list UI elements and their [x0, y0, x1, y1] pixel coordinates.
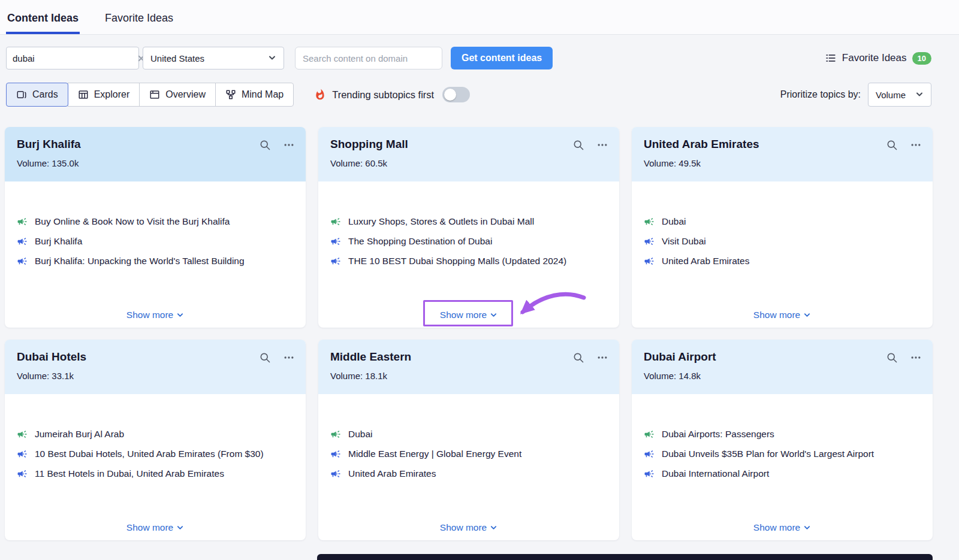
topic-item-text: Buy Online & Book Now to Visit the Burj … [35, 216, 230, 227]
mindmap-icon [225, 89, 236, 100]
card-body: Dubai Middle East Energy | Global Energy… [318, 394, 619, 540]
list-item[interactable]: United Arab Emirates [644, 256, 921, 267]
more-options-icon[interactable] [283, 139, 295, 151]
view-overview-button[interactable]: Overview [139, 83, 216, 107]
list-item[interactable]: Buy Online & Book Now to Visit the Burj … [17, 216, 294, 227]
show-more-button[interactable]: Show more [5, 310, 306, 320]
get-content-ideas-button[interactable]: Get content ideas [451, 47, 553, 69]
list-item[interactable]: United Arab Emirates [330, 468, 607, 479]
search-icon[interactable] [572, 352, 584, 364]
list-item[interactable]: 11 Best Hotels in Dubai, United Arab Emi… [17, 468, 294, 479]
chevron-down-icon [803, 311, 811, 319]
card-volume: Volume: 18.1k [330, 371, 607, 381]
topic-item-text: Burj Khalifa: Unpacking the World's Tall… [35, 256, 245, 267]
view-switcher: Cards Explorer Overview Mind Map [6, 83, 294, 107]
megaphone-green-icon [17, 429, 28, 440]
more-options-icon[interactable] [910, 352, 922, 364]
topic-cards-grid: Burj Khalifa Volume: 135.0k Buy Online &… [0, 127, 959, 540]
topic-item-text: Burj Khalifa [35, 236, 82, 247]
show-more-button[interactable]: Show more [5, 522, 306, 533]
list-item[interactable]: Dubai [330, 429, 607, 440]
list-item[interactable]: 10 Best Dubai Hotels, United Arab Emirat… [17, 449, 294, 459]
view-mindmap-button[interactable]: Mind Map [215, 83, 294, 107]
more-options-icon[interactable] [910, 139, 922, 151]
card-volume: Volume: 14.8k [644, 371, 921, 381]
card-body: Luxury Shops, Stores & Outlets in Dubai … [318, 181, 619, 328]
topic-card-shopping-mall: Shopping Mall Volume: 60.5k Luxury Shops… [318, 127, 619, 328]
list-icon [825, 52, 837, 64]
show-more-button[interactable]: Show more [632, 310, 933, 320]
topic-card-dubai-hotels: Dubai Hotels Volume: 33.1k Jumeirah Burj… [5, 340, 306, 540]
card-body: Dubai Visit Dubai United Arab Emirates S… [632, 181, 933, 328]
topic-item-text: 10 Best Dubai Hotels, United Arab Emirat… [35, 449, 264, 459]
list-item[interactable]: Dubai Unveils $35B Plan for World's Larg… [644, 449, 921, 459]
card-title: Shopping Mall [330, 138, 607, 151]
more-options-icon[interactable] [283, 352, 295, 364]
megaphone-blue-icon [644, 468, 655, 479]
search-icon[interactable] [259, 139, 271, 151]
view-cards-button[interactable]: Cards [6, 83, 68, 107]
view-overview-label: Overview [165, 89, 206, 100]
trending-toggle[interactable] [442, 87, 470, 102]
megaphone-green-icon [330, 429, 341, 440]
list-item[interactable]: Dubai Airports: Passengers [644, 429, 921, 440]
tab-content-ideas[interactable]: Content Ideas [6, 2, 80, 34]
show-more-button[interactable]: Show more [632, 522, 933, 533]
view-cards-label: Cards [32, 89, 58, 100]
search-toolbar: United States Get content ideas Favorite… [0, 47, 959, 69]
topic-card-dubai-airport: Dubai Airport Volume: 14.8k Dubai Airpor… [632, 340, 933, 540]
show-more-button-highlighted[interactable]: Show more [318, 310, 619, 320]
search-icon[interactable] [572, 139, 584, 151]
show-more-button[interactable]: Show more [318, 522, 619, 533]
card-title: Middle Eastern [330, 350, 607, 364]
chevron-down-icon [268, 53, 276, 63]
list-item[interactable]: Dubai [644, 216, 921, 227]
topic-item-text: Dubai International Airport [662, 468, 769, 479]
favorite-ideas-link[interactable]: Favorite Ideas 10 [825, 52, 931, 65]
more-options-icon[interactable] [596, 352, 608, 364]
search-icon[interactable] [259, 352, 271, 364]
card-volume: Volume: 33.1k [17, 371, 294, 381]
search-icon[interactable] [886, 352, 898, 364]
tab-favorite-ideas[interactable]: Favorite Ideas [104, 2, 174, 34]
list-item[interactable]: Luxury Shops, Stores & Outlets in Dubai … [330, 216, 607, 227]
view-explorer-button[interactable]: Explorer [68, 83, 140, 107]
flame-icon [314, 89, 326, 101]
keyword-input[interactable] [13, 53, 132, 63]
top-tabs-bar: Content Ideas Favorite Ideas [0, 0, 959, 35]
megaphone-green-icon [644, 216, 655, 227]
topic-item-text: THE 10 BEST Dubai Shopping Malls (Update… [348, 256, 566, 267]
topic-item-text: United Arab Emirates [348, 468, 436, 479]
card-volume: Volume: 49.5k [644, 158, 921, 168]
domain-search-input[interactable] [303, 53, 435, 63]
table-icon [78, 89, 89, 100]
list-item[interactable]: Burj Khalifa: Unpacking the World's Tall… [17, 256, 294, 267]
prioritize-select[interactable]: Volume [868, 83, 931, 107]
megaphone-blue-icon [330, 236, 341, 247]
list-item[interactable]: Burj Khalifa [17, 236, 294, 247]
list-item[interactable]: Jumeirah Burj Al Arab [17, 429, 294, 440]
topic-item-text: Visit Dubai [662, 236, 706, 247]
window-icon [149, 89, 160, 100]
list-item[interactable]: The Shopping Destination of Dubai [330, 236, 607, 247]
chevron-down-icon [915, 90, 924, 100]
card-actions [886, 139, 922, 151]
list-item[interactable]: Middle East Energy | Global Energy Event [330, 449, 607, 459]
card-volume: Volume: 135.0k [17, 158, 294, 168]
card-actions [572, 139, 608, 151]
megaphone-blue-icon [644, 256, 655, 267]
search-icon[interactable] [886, 139, 898, 151]
country-select[interactable]: United States [143, 47, 284, 69]
topic-item-text: Dubai [662, 216, 686, 227]
topic-item-text: 11 Best Hotels in Dubai, United Arab Emi… [35, 468, 224, 479]
list-item[interactable]: Dubai International Airport [644, 468, 921, 479]
list-item[interactable]: THE 10 BEST Dubai Shopping Malls (Update… [330, 256, 607, 267]
list-item[interactable]: Visit Dubai [644, 236, 921, 247]
card-header: United Arab Emirates Volume: 49.5k [632, 127, 933, 181]
card-header: Dubai Hotels Volume: 33.1k [5, 340, 306, 394]
megaphone-blue-icon [330, 449, 341, 459]
more-options-icon[interactable] [596, 139, 608, 151]
domain-input-wrap [295, 47, 442, 69]
favorites-count-badge: 10 [912, 52, 931, 65]
card-body: Buy Online & Book Now to Visit the Burj … [5, 181, 306, 328]
